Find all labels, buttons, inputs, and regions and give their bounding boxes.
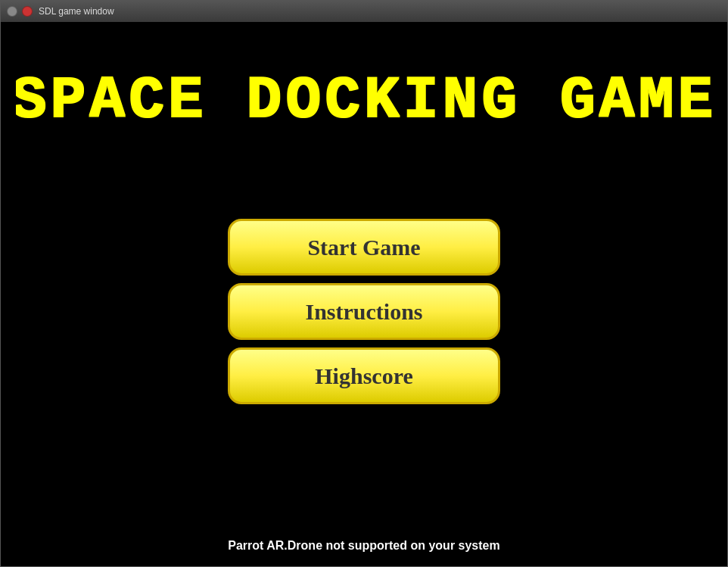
minimize-button[interactable]: [7, 6, 17, 17]
start-game-button[interactable]: Start Game: [228, 219, 500, 276]
game-area: SPACE DOCKING GAME Start Game Instructio…: [1, 22, 727, 566]
title-bar-buttons: [7, 6, 33, 17]
instructions-button[interactable]: Instructions: [228, 283, 500, 340]
buttons-area: Start Game Instructions Highscore: [228, 219, 500, 404]
status-text: Parrot AR.Drone not supported on your sy…: [228, 539, 499, 553]
title-bar: SDL game window: [1, 1, 727, 22]
svg-text:SPACE DOCKING GAME: SPACE DOCKING GAME: [16, 67, 712, 134]
window-frame: SDL game window SPACE DOCKING GAME Start…: [0, 0, 728, 567]
window-title: SDL game window: [39, 6, 721, 17]
game-title-svg: SPACE DOCKING GAME: [16, 48, 712, 139]
close-button[interactable]: [22, 6, 33, 17]
highscore-button[interactable]: Highscore: [228, 347, 500, 404]
